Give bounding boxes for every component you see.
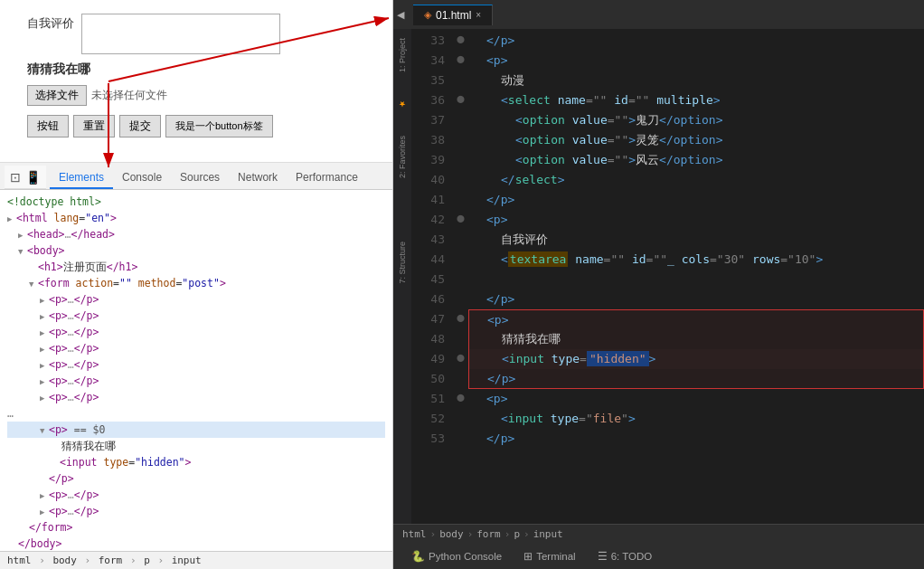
editor-gutter: ⬤ ⬤ ⬤ ⬤ ⬤ ⬤ [452, 29, 468, 524]
code-line-33[interactable]: </p> [468, 31, 924, 51]
dom-line[interactable]: <h1>注册页面</h1> [7, 259, 385, 275]
bc-p[interactable]: p [144, 555, 150, 566]
editor-breadcrumb-bar: html › body › form › p › input [393, 524, 924, 544]
button-btn[interactable]: 按钮 [27, 115, 69, 138]
bc-form-editor[interactable]: form [476, 528, 501, 540]
tab-filename: 01.html [436, 9, 471, 22]
editor-content: 33 34 35 36 37 38 39 40 41 42 43 44 45 4… [411, 29, 924, 524]
line-num: 47 [411, 309, 445, 329]
code-line-35[interactable]: 动漫 [468, 71, 924, 90]
tab-sources[interactable]: Sources [171, 167, 229, 189]
code-line-39[interactable]: <option value="">风云</option> [468, 150, 924, 170]
python-console-tab[interactable]: 🐍 Python Console [401, 546, 513, 566]
sidebar-toggle[interactable]: ◀ [397, 9, 410, 21]
tab-console[interactable]: Console [113, 167, 171, 189]
bc-form[interactable]: form [99, 555, 123, 566]
dom-line[interactable]: ▶<p>…</p> [7, 503, 385, 519]
dom-line[interactable]: ▼<body> [7, 242, 385, 259]
terminal-tab[interactable]: ⊞ Terminal [513, 546, 586, 566]
gutter-cell [452, 327, 468, 347]
dom-close-p: </p> [7, 470, 385, 487]
code-line-38[interactable]: <option value="">灵笼</option> [468, 130, 924, 150]
code-line-49[interactable]: <input type="hidden"> [468, 349, 924, 369]
dom-line[interactable]: ▶<p>…</p> [7, 324, 385, 340]
editor-sidebar: 1: Project ★ 2: Favorites 7: Structure [393, 29, 411, 524]
code-line-51[interactable]: <p> [468, 389, 924, 409]
line-num: 50 [411, 369, 445, 389]
code-line-37[interactable]: <option value="">鬼刀</option> [468, 110, 924, 130]
bc-body-editor[interactable]: body [439, 528, 464, 540]
code-line-36[interactable]: <select name="" id="" multiple> [468, 90, 924, 110]
line-num: 33 [411, 31, 445, 51]
todo-icon: ☰ [598, 550, 608, 563]
todo-tab[interactable]: ☰ 6: TODO [587, 546, 664, 566]
custom-btn[interactable]: 我是一个button标签 [165, 115, 273, 138]
dom-line[interactable]: ▶<p>…</p> [7, 389, 385, 405]
dom-line[interactable]: ▶<p>…</p> [7, 340, 385, 356]
tab-elements[interactable]: Elements [50, 167, 113, 189]
tab-performance[interactable]: Performance [287, 167, 367, 189]
dom-line-selected[interactable]: ▼<p> == $0 [7, 422, 385, 438]
code-line-40[interactable]: </select> [468, 170, 924, 190]
dom-line[interactable]: ▶<p>…</p> [7, 373, 385, 389]
gutter-cell [452, 168, 468, 188]
code-line-34[interactable]: <p> [468, 51, 924, 71]
code-line-47[interactable]: <p> [468, 309, 924, 329]
sidebar-favorites-label: ★ [398, 100, 407, 109]
code-line-44[interactable]: <textarea name="" id=""_ cols="30" rows=… [468, 250, 924, 270]
sidebar-project-label: 1: Project [398, 38, 407, 72]
gutter-cell [452, 367, 468, 387]
code-line-45[interactable] [468, 270, 924, 289]
bc-html[interactable]: html [7, 555, 32, 566]
dom-line[interactable]: ▶<html lang="en"> [7, 210, 385, 226]
self-eval-textarea[interactable] [81, 14, 280, 54]
terminal-tab-label: Terminal [536, 551, 575, 562]
dom-input-hidden[interactable]: <input type="hidden"> [7, 454, 385, 470]
line-num: 42 [411, 210, 445, 230]
dom-line[interactable]: ▶<p>…</p> [7, 356, 385, 373]
line-num: 49 [411, 349, 445, 369]
bc-body[interactable]: body [52, 555, 77, 566]
reset-btn[interactable]: 重置 [73, 115, 115, 138]
editor-tab-01html[interactable]: ◈ 01.html × [413, 5, 493, 25]
line-numbers: 33 34 35 36 37 38 39 40 41 42 43 44 45 4… [411, 29, 452, 524]
code-line-41[interactable]: </p> [468, 190, 924, 210]
tab-network[interactable]: Network [229, 167, 287, 189]
dom-close-body: </body> [7, 536, 385, 551]
line-num: 35 [411, 71, 445, 90]
dom-line[interactable]: ▶<p>…</p> [7, 308, 385, 324]
tab-close-btn[interactable]: × [476, 10, 481, 20]
code-line-52[interactable]: <input type="file"> [468, 409, 924, 429]
dom-line[interactable]: ▼<form action="" method="post"> [7, 275, 385, 291]
bc-html-editor[interactable]: html [402, 528, 427, 540]
dom-line[interactable]: ▶<p>…</p> [7, 487, 385, 503]
dom-line[interactable]: ▶<p>…</p> [7, 291, 385, 308]
code-line-43[interactable]: 自我评价 [468, 230, 924, 250]
python-icon: 🐍 [411, 550, 425, 563]
submit-btn[interactable]: 提交 [119, 115, 161, 138]
bc-p-editor[interactable]: p [514, 528, 520, 540]
bc-input[interactable]: input [172, 555, 202, 566]
code-line-42[interactable]: <p> [468, 210, 924, 230]
code-line-46[interactable]: </p> [468, 289, 924, 309]
guess-label: 猜猜我在哪 [27, 62, 365, 78]
line-num: 38 [411, 130, 445, 150]
python-tab-label: Python Console [429, 551, 502, 562]
line-num: 39 [411, 150, 445, 170]
device-icon[interactable]: 📱 [25, 170, 41, 185]
file-upload-row: 选择文件 未选择任何文件 [27, 85, 365, 106]
browser-preview: 自我评价 猜猜我在哪 选择文件 未选择任何文件 按钮 重置 提交 我是一个but… [0, 0, 392, 163]
code-line-48[interactable]: 猜猜我在哪 [468, 329, 924, 349]
code-line-53[interactable]: </p> [468, 429, 924, 449]
line-num: 45 [411, 270, 445, 289]
code-line-50[interactable]: </p> [468, 369, 924, 389]
dom-line[interactable]: ▶<head>…</head> [7, 226, 385, 242]
inspect-icon[interactable]: ⊡ [10, 170, 21, 185]
dom-text-node: 猜猜我在哪 [18, 438, 385, 454]
gutter-cell [452, 407, 468, 427]
bottom-tabs-bar: 🐍 Python Console ⊞ Terminal ☰ 6: TODO [393, 544, 924, 569]
bc-input-editor[interactable]: input [533, 528, 563, 540]
choose-file-button[interactable]: 选择文件 [27, 85, 87, 106]
file-status: 未选择任何文件 [91, 88, 167, 103]
line-num: 43 [411, 230, 445, 250]
